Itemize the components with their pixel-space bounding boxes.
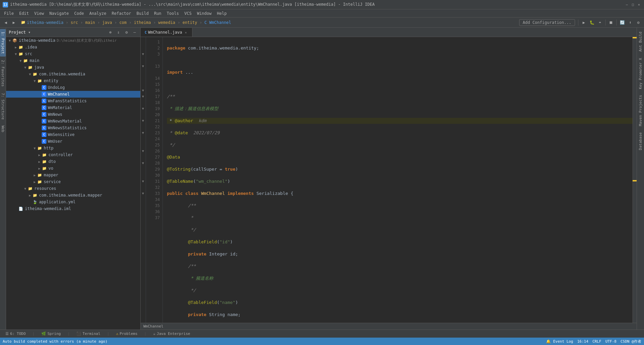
tree-UndoLog[interactable]: ▶ C UndoLog (6, 84, 140, 91)
event-log-button[interactable]: 🔔 Event Log (546, 339, 573, 344)
status-right: 🔔 Event Log 16:14 CRLF UTF-8 CSDN @作者 (546, 339, 641, 344)
update-button[interactable]: 🔄 (618, 19, 626, 26)
forward-button[interactable]: ▶ (10, 19, 17, 26)
settings-button[interactable]: ⚙ (635, 19, 642, 26)
tree-root[interactable]: ▼ 📦 itheima-wemedia D:\heima\技术文章\代码\ith… (6, 37, 140, 44)
bottom-tab-terminal[interactable]: ⬛ Terminal (74, 332, 103, 336)
fold-21[interactable]: ▼ (141, 106, 145, 112)
tree-main[interactable]: ▼ 📁 main (6, 57, 140, 64)
breadcrumb-class-label: WmChannel (143, 324, 164, 329)
tree-WmNewsStatistics[interactable]: ▶ C WmNewsStatistics (6, 125, 140, 131)
crlf-indicator[interactable]: CRLF (593, 339, 602, 344)
tree-WmNews[interactable]: ▶ C WmNews (6, 111, 140, 118)
code-content[interactable]: package com.itheima.wemedia.entity; impo… (163, 37, 633, 323)
line-col-indicator[interactable]: 16:14 (577, 339, 588, 344)
tree-mapper-package[interactable]: ▶ 📁 com.itheima.wemedia.mapper (6, 192, 140, 199)
tree-dto[interactable]: ▶ 📁 dto (6, 158, 140, 165)
tree-http[interactable]: ▼ 📁 http (6, 145, 140, 151)
fold-14[interactable]: ▼ (141, 63, 145, 69)
app-icon: IJ (3, 2, 8, 7)
tab-filename: WmChannel.java (148, 30, 182, 35)
menu-code[interactable]: Code (72, 10, 87, 16)
fold-28[interactable]: ▼ (141, 148, 145, 154)
tree-idea[interactable]: ▶ 📁 .idea (6, 44, 140, 50)
minimize-button[interactable]: — (624, 2, 629, 7)
left-tab-web[interactable]: Web (0, 123, 6, 135)
tree-application-yml[interactable]: ▶ 🍃 application.yml (6, 199, 140, 205)
tree-WmChannel[interactable]: ▶ C WmChannel (6, 91, 140, 98)
toolbar: ◀ ▶ 📁 itheima-wemedia › src › main › jav… (0, 18, 644, 28)
menu-build[interactable]: Build (134, 10, 151, 16)
fold-23[interactable]: ▼ (141, 118, 145, 124)
right-tab-maven[interactable]: Maven Projects (637, 92, 644, 129)
fold-18[interactable]: ▼ (141, 88, 145, 94)
tree-iml[interactable]: ▶ 📄 itheima-wemedia.iml (6, 205, 140, 212)
tree-entity[interactable]: ▼ 📁 entity (6, 77, 140, 84)
tree-WmUser[interactable]: ▶ C WmUser (6, 138, 140, 145)
stripe-warning-mid (633, 180, 637, 181)
back-button[interactable]: ◀ (2, 19, 9, 26)
code-editor: ▼ ▼ ▼ ▼ ▼ ▼ ▼ ▼ ▼ ▼ (141, 37, 637, 323)
run-button[interactable]: ▶ (580, 19, 587, 26)
left-tab-structure[interactable]: 7: Structure (0, 90, 6, 122)
close-button[interactable]: ✕ (637, 2, 641, 7)
bottom-tab-javaenterprise[interactable]: ☕ Java Enterprise (150, 332, 193, 336)
bottom-tab-spring[interactable]: 🌿 Spring (39, 332, 64, 336)
fold-33[interactable]: ▼ (141, 178, 145, 184)
tree-WmMaterial[interactable]: ▶ C WmMaterial (6, 104, 140, 111)
editor-tab-wmchannel[interactable]: C WmChannel.java ✕ (141, 28, 192, 37)
tree-WmNewsMaterial[interactable]: ▶ C WmNewsMaterial (6, 118, 140, 125)
tree-WmFansStatistics[interactable]: ▶ C WmFansStatistics (6, 98, 140, 104)
coverage-button[interactable]: ☂ (596, 19, 604, 26)
right-stripe (633, 37, 637, 323)
charset-indicator[interactable]: UTF-8 (605, 339, 616, 344)
tree-src[interactable]: ▼ 📁 src (6, 50, 140, 57)
menu-help[interactable]: Help (214, 10, 229, 16)
panel-minimize-button[interactable]: — (132, 29, 138, 35)
left-tab-project[interactable]: 1: Project (0, 29, 6, 57)
menu-run[interactable]: Run (151, 10, 164, 16)
menu-analyze[interactable]: Analyze (86, 10, 109, 16)
fold-35[interactable]: ▼ (141, 191, 145, 197)
bottom-tab-problems[interactable]: ⚠ Problems (113, 332, 140, 336)
menu-vcs[interactable]: VCS (182, 10, 194, 16)
menu-refactor[interactable]: Refactor (109, 10, 134, 16)
commit-button[interactable]: ⬆ (627, 19, 634, 26)
right-tab-promoter[interactable]: Key Promoter X (637, 55, 644, 92)
bottom-tab-todo[interactable]: ☰ 6: TODO (3, 332, 28, 336)
file-tree: ▼ 📦 itheima-wemedia D:\heima\技术文章\代码\ith… (6, 37, 140, 330)
tab-close-button[interactable]: ✕ (183, 30, 188, 35)
tree-mapper[interactable]: ▶ 📁 mapper (6, 172, 140, 178)
panel-collapse-button[interactable]: ⇕ (115, 29, 121, 35)
tree-package-root[interactable]: ▼ 📁 com.itheima.wemedia (6, 71, 140, 77)
right-tab-database[interactable]: Database (637, 130, 644, 153)
menu-window[interactable]: Window (194, 10, 214, 16)
title-text: itheima-wemedia [D:\heima\技术文章\代码\itheim… (10, 2, 624, 7)
stop-button[interactable]: ⏹ (607, 19, 615, 26)
csdn-label: CSDN @作者 (620, 339, 641, 344)
tree-vo[interactable]: ▶ 📁 vo (6, 165, 140, 172)
tree-WmSensitive[interactable]: ▶ C WmSensitive (6, 131, 140, 138)
spring-icon: 🌿 (41, 332, 46, 336)
tree-resources[interactable]: ▼ 📁 resources (6, 185, 140, 192)
maximize-button[interactable]: □ (631, 2, 635, 7)
panel-settings-button[interactable]: ⚙ (123, 29, 130, 35)
fold-19[interactable]: ▼ (141, 94, 145, 100)
editor-area: C WmChannel.java ✕ ▼ ▼ ▼ ▼ ▼ (141, 28, 637, 330)
left-tab-favorites[interactable]: 2: Favorites (0, 57, 6, 89)
menu-tools[interactable]: Tools (164, 10, 182, 16)
fold-30[interactable]: ▼ (141, 160, 145, 166)
debug-button[interactable]: 🐛 (588, 19, 596, 26)
menu-view[interactable]: View (32, 10, 47, 16)
tree-service[interactable]: ▶ 📁 service (6, 178, 140, 185)
panel-sync-button[interactable]: ⊕ (107, 29, 113, 35)
tree-controller[interactable]: ▶ 📁 controller (6, 151, 140, 158)
fold-3[interactable]: ▼ (141, 51, 145, 57)
fold-25[interactable]: ▼ (141, 130, 145, 136)
menu-edit[interactable]: Edit (16, 10, 32, 16)
add-configuration-button[interactable]: Add Configuration... (519, 19, 575, 26)
tree-java[interactable]: ▼ 📁 java (6, 64, 140, 71)
menu-file[interactable]: File (1, 10, 16, 16)
menu-navigate[interactable]: Navigate (47, 10, 72, 16)
right-tab-ant[interactable]: Ant Build (637, 29, 644, 55)
